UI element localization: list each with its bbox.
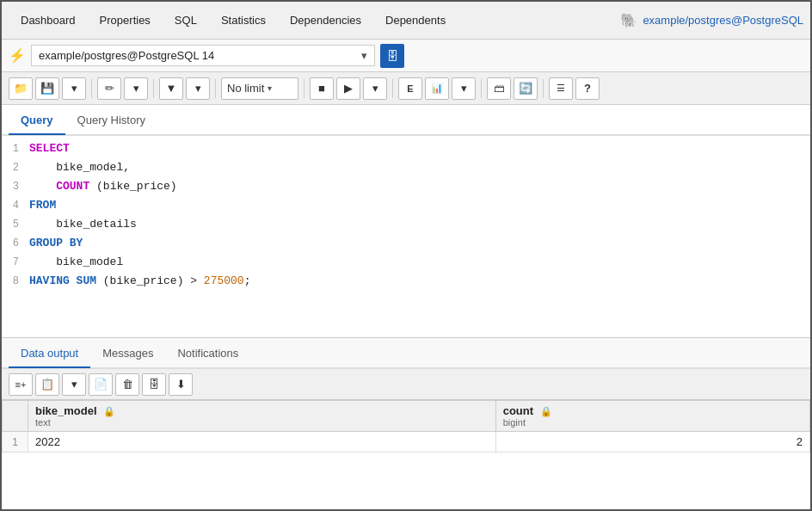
- run-button[interactable]: ▶: [336, 77, 360, 100]
- connection-info: 🐘 example/postgres@PostgreSQL: [620, 12, 803, 28]
- code-line-6: 6 GROUP BY: [2, 234, 810, 253]
- separator-3: [215, 79, 216, 98]
- separator-2: [153, 79, 154, 98]
- code-content-5: bike_details: [29, 215, 810, 234]
- line-number-5: 5: [2, 215, 29, 234]
- column-type-bike-model: text: [35, 417, 489, 428]
- nav-statistics[interactable]: Statistics: [209, 7, 278, 34]
- line-number-6: 6: [2, 234, 29, 253]
- output-tabs: Data output Messages Notifications: [2, 338, 810, 369]
- line-number-3: 3: [2, 177, 29, 196]
- line-number-8: 8: [2, 272, 29, 291]
- column-type-count: bigint: [503, 417, 803, 428]
- code-line-8: 8 HAVING SUM (bike_price) > 275000;: [2, 272, 810, 291]
- database-icon[interactable]: 🗄: [380, 44, 404, 68]
- delete-button[interactable]: 🗑: [115, 373, 139, 396]
- nav-dependents[interactable]: Dependents: [373, 7, 458, 34]
- rollback-button[interactable]: 🔄: [514, 77, 538, 100]
- stop-button[interactable]: ■: [310, 77, 334, 100]
- code-line-4: 4 FROM: [2, 196, 810, 215]
- explain-dropdown-button[interactable]: ▾: [452, 77, 476, 100]
- tab-query-history[interactable]: Query History: [65, 107, 157, 135]
- code-line-1: 1 SELECT: [2, 139, 810, 158]
- separator-7: [543, 79, 544, 98]
- lock-icon-bike-model: 🔒: [103, 406, 115, 416]
- save-data-button[interactable]: 🗄: [142, 373, 166, 396]
- column-header-bike-model: bike_model 🔒 text: [28, 401, 496, 432]
- keyword-select: SELECT: [29, 142, 70, 155]
- cell-count-1: 2: [495, 432, 809, 453]
- tab-messages[interactable]: Messages: [90, 340, 165, 368]
- filter-button[interactable]: ▼: [159, 77, 183, 100]
- connection-input-text: example/postgres@PostgreSQL 14: [39, 49, 361, 62]
- line-number-7: 7: [2, 253, 29, 272]
- keyword-group-by: GROUP BY: [29, 237, 83, 249]
- explain-button[interactable]: E: [398, 77, 422, 100]
- explain-analyze-button[interactable]: 📊: [425, 77, 449, 100]
- code-line-5: 5 bike_details: [2, 215, 810, 234]
- data-table: bike_model 🔒 text count 🔒 bigint 1: [2, 400, 810, 453]
- copy-button[interactable]: 📋: [35, 373, 59, 396]
- macros-button[interactable]: ☰: [549, 77, 573, 100]
- table-row: 1 2022 2: [3, 432, 810, 453]
- run-dropdown-button[interactable]: ▾: [363, 77, 387, 100]
- line-number-1: 1: [2, 139, 29, 158]
- separator-4: [304, 79, 304, 98]
- column-header-count: count 🔒 bigint: [495, 401, 809, 432]
- code-editor[interactable]: 1 SELECT 2 bike_model, 3 COUNT (bike_pri…: [2, 136, 810, 294]
- row-number-header: [3, 401, 28, 432]
- nav-sql[interactable]: SQL: [163, 7, 209, 34]
- data-table-wrapper: bike_model 🔒 text count 🔒 bigint 1: [2, 400, 810, 509]
- limit-dropdown[interactable]: No limit ▾: [221, 77, 298, 100]
- download-button[interactable]: ⬇: [169, 373, 193, 396]
- limit-chevron-icon: ▾: [268, 83, 272, 93]
- main-content: Query Query History 1 SELECT 2 bike_mode…: [2, 105, 810, 509]
- line-number-2: 2: [2, 158, 29, 177]
- separator-6: [481, 79, 482, 98]
- nav-properties[interactable]: Properties: [88, 7, 163, 34]
- keyword-count: COUNT: [56, 180, 89, 193]
- lock-icon-count: 🔒: [540, 406, 552, 416]
- top-navigation: Dashboard Properties SQL Statistics Depe…: [2, 2, 810, 40]
- edit-button[interactable]: ✏: [97, 77, 121, 100]
- nav-dependencies[interactable]: Dependencies: [278, 7, 373, 34]
- paste-button[interactable]: 📄: [89, 373, 113, 396]
- nav-dashboard[interactable]: Dashboard: [9, 7, 88, 34]
- tab-notifications[interactable]: Notifications: [165, 340, 250, 368]
- commit-button[interactable]: 🗃: [487, 77, 511, 100]
- connection-icon: 🐘: [620, 12, 637, 28]
- connection-input[interactable]: example/postgres@PostgreSQL 14 ▾: [31, 45, 375, 66]
- tab-data-output[interactable]: Data output: [9, 340, 90, 368]
- output-section: Data output Messages Notifications ≡+ 📋 …: [2, 337, 810, 509]
- edit-dropdown-button[interactable]: ▾: [124, 77, 148, 100]
- connection-bar: ⚡ example/postgres@PostgreSQL 14 ▾ 🗄: [2, 40, 810, 72]
- code-line-7: 7 bike_model: [2, 253, 810, 272]
- query-tabs: Query Query History: [2, 105, 810, 136]
- code-line-3: 3 COUNT (bike_price): [2, 177, 810, 196]
- code-line-2: 2 bike_model,: [2, 158, 810, 177]
- tab-query[interactable]: Query: [9, 107, 65, 135]
- save-dropdown-button[interactable]: ▾: [62, 77, 86, 100]
- toolbar: 📁 💾 ▾ ✏ ▾ ▼ ▾ No limit ▾ ■ ▶ ▾ E 📊 ▾ 🗃 🔄…: [2, 72, 810, 105]
- line-number-4: 4: [2, 196, 29, 215]
- separator-5: [392, 79, 393, 98]
- keyword-from: FROM: [29, 199, 56, 212]
- editor-section: Query Query History 1 SELECT 2 bike_mode…: [2, 105, 810, 337]
- keyword-having-sum: HAVING SUM: [29, 274, 96, 287]
- save-button[interactable]: 💾: [35, 77, 59, 100]
- value-275000: 275000: [204, 274, 244, 287]
- help-button[interactable]: ?: [575, 77, 600, 100]
- code-content-2: bike_model,: [29, 158, 810, 177]
- connection-label: example/postgres@PostgreSQL: [643, 14, 803, 27]
- copy-dropdown-button[interactable]: ▾: [62, 373, 86, 396]
- row-number-1: 1: [3, 432, 28, 453]
- chevron-down-icon[interactable]: ▾: [361, 49, 367, 62]
- separator-1: [91, 79, 92, 98]
- connection-plugin-icon: ⚡: [9, 47, 26, 64]
- limit-label: No limit: [227, 82, 264, 95]
- code-content-7: bike_model: [29, 253, 810, 272]
- add-row-button[interactable]: ≡+: [9, 373, 33, 396]
- open-file-button[interactable]: 📁: [9, 77, 33, 100]
- cell-bike-model-1: 2022: [28, 432, 496, 453]
- filter-dropdown-button[interactable]: ▾: [186, 77, 210, 100]
